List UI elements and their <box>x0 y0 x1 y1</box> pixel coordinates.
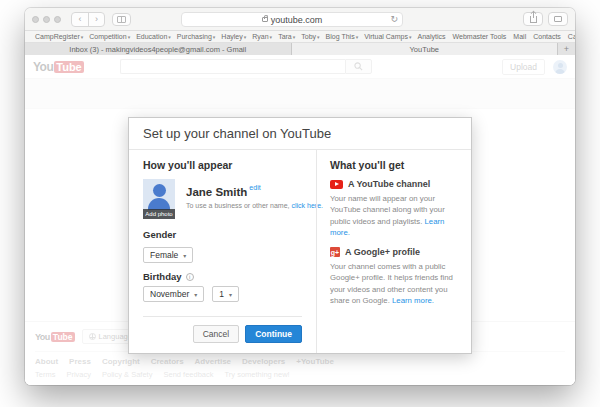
bookmark-label: Purchasing <box>177 33 212 40</box>
bookmark-item[interactable]: Virtual Camps ▾ <box>364 33 411 40</box>
birth-month-dropdown[interactable]: November ▾ <box>143 286 204 302</box>
chevron-down-icon: ▾ <box>81 34 84 40</box>
info-icon[interactable]: i <box>186 273 194 281</box>
youtube-play-icon <box>330 180 343 189</box>
bookmark-item[interactable]: Competition ▾ <box>89 33 130 40</box>
desktop-background: ‹ › youtube.com ↻ CampRegister ▾ <box>0 0 600 407</box>
bookmark-item[interactable]: Ryan ▾ <box>252 33 272 40</box>
perk-title: A Google+ profile <box>345 247 420 257</box>
bookmark-label: Analytics <box>418 33 446 40</box>
bookmarks-bar: CampRegister ▾ Competition ▾ Education ▾… <box>25 31 575 43</box>
bookmark-label: Mail <box>513 33 526 40</box>
bookmark-item[interactable]: CampRegister ▾ <box>35 33 83 40</box>
bookmark-item[interactable]: Tara ▾ <box>278 33 295 40</box>
continue-button[interactable]: Continue <box>245 325 302 343</box>
chevron-down-icon: ▾ <box>168 34 171 40</box>
channel-setup-dialog: Set up your channel on YouTube How you'l… <box>128 117 472 354</box>
browser-toolbar: ‹ › youtube.com ↻ <box>25 8 575 31</box>
tab-overview-button[interactable] <box>548 12 568 26</box>
lock-icon <box>262 17 268 22</box>
bookmark-label: Webmaster Tools <box>453 33 507 40</box>
birth-day-dropdown[interactable]: 1 ▾ <box>212 286 239 302</box>
birth-day-value: 1 <box>219 289 224 299</box>
back-icon: ‹ <box>79 14 82 24</box>
bookmark-item[interactable]: Mail <box>513 33 527 40</box>
section-heading: How you'll appear <box>143 159 302 171</box>
tab-youtube[interactable]: YouTube <box>292 43 559 55</box>
back-button[interactable]: ‹ <box>72 13 88 26</box>
chevron-down-icon: ▾ <box>270 34 273 40</box>
name-block: Jane Smithedit To use a business or othe… <box>186 179 323 219</box>
bookmark-label: Hayley <box>221 33 242 40</box>
bookmark-item[interactable]: Education ▾ <box>136 33 171 40</box>
chevron-down-icon: ▾ <box>244 34 247 40</box>
address-bar[interactable]: youtube.com ↻ <box>181 12 403 27</box>
alt-name-text: To use a business or other name, <box>186 202 290 209</box>
learn-more-link[interactable]: Learn more. <box>392 296 434 305</box>
channel-name: Jane Smith <box>186 186 247 198</box>
share-button[interactable] <box>523 12 543 26</box>
birthday-row: November ▾ 1 ▾ <box>143 286 302 302</box>
sidebar-toggle-button[interactable] <box>112 13 131 26</box>
bookmark-label: Education <box>136 33 167 40</box>
profile-photo-placeholder[interactable]: Add photo <box>143 179 175 219</box>
bookmark-label: CampRegister <box>35 33 80 40</box>
chevron-down-icon: ▾ <box>356 34 359 40</box>
chevron-down-icon: ▾ <box>128 34 131 40</box>
chevron-down-icon: ▾ <box>213 34 216 40</box>
nav-buttons: ‹ › <box>71 12 105 27</box>
bookmark-item[interactable]: Blog This ▾ <box>326 33 359 40</box>
cancel-button[interactable]: Cancel <box>193 325 239 343</box>
perk-description: Your channel comes with a public Google+… <box>330 261 458 306</box>
section-heading: What you'll get <box>330 159 458 171</box>
chevron-down-icon: ▾ <box>183 252 186 259</box>
bookmark-item[interactable]: Contacts <box>533 33 562 40</box>
bookmark-label: Tara <box>278 33 292 40</box>
close-window-button[interactable] <box>32 16 39 23</box>
toolbar-right-buttons <box>523 12 568 26</box>
forward-icon: › <box>95 14 98 24</box>
how-you-appear-section: How you'll appear Add photo Jane Smithed… <box>129 150 316 353</box>
gender-label-text: Gender <box>143 229 176 240</box>
url-text: youtube.com <box>271 15 323 25</box>
bookmark-label: Competition <box>89 33 126 40</box>
zoom-window-button[interactable] <box>54 16 61 23</box>
what-you-get-section: What you'll get A YouTube channel Your n… <box>316 150 471 353</box>
minimize-window-button[interactable] <box>43 16 50 23</box>
bookmark-item[interactable]: Hayley ▾ <box>221 33 246 40</box>
bookmark-item[interactable]: Toby ▾ <box>301 33 319 40</box>
gender-label: Gender <box>143 229 302 240</box>
bookmark-item[interactable]: Calendar <box>568 33 575 40</box>
tab-bar: Inbox (3) - makingvideos4people@gmail.co… <box>25 43 575 55</box>
perk-title-row: A YouTube channel <box>330 179 458 189</box>
perk-title: A YouTube channel <box>348 179 430 189</box>
tab-gmail[interactable]: Inbox (3) - makingvideos4people@gmail.co… <box>25 43 292 55</box>
chevron-down-icon: ▾ <box>409 34 412 40</box>
sidebar-icon <box>117 16 126 23</box>
edit-name-link[interactable]: edit <box>249 184 260 191</box>
bookmark-label: Blog This <box>326 33 355 40</box>
perk-title-row: g+ A Google+ profile <box>330 247 458 257</box>
bookmark-label: Ryan <box>252 33 268 40</box>
dialog-title: Set up your channel on YouTube <box>129 118 471 150</box>
share-icon <box>530 16 537 23</box>
birth-month-value: November <box>150 289 189 299</box>
perk-description: Your name will appear on your YouTube ch… <box>330 193 458 238</box>
safari-window: ‹ › youtube.com ↻ CampRegister ▾ <box>25 8 575 385</box>
gender-dropdown[interactable]: Female ▾ <box>143 247 193 263</box>
birthday-label-text: Birthday <box>143 271 182 282</box>
bookmark-item[interactable]: Webmaster Tools <box>453 33 508 40</box>
bookmark-item[interactable]: Analytics <box>418 33 447 40</box>
window-controls <box>32 16 61 23</box>
forward-button[interactable]: › <box>88 13 104 26</box>
reload-button[interactable]: ↻ <box>390 14 398 24</box>
perk-youtube-channel: A YouTube channel Your name will appear … <box>330 179 458 238</box>
bookmark-label: Virtual Camps <box>364 33 408 40</box>
bookmark-item[interactable]: Purchasing ▾ <box>177 33 216 40</box>
new-tab-button[interactable]: + <box>558 43 575 55</box>
gender-value: Female <box>150 250 178 260</box>
bookmark-label: Contacts <box>533 33 561 40</box>
profile-row: Add photo Jane Smithedit To use a busine… <box>143 179 302 219</box>
add-photo-button[interactable]: Add photo <box>143 209 175 219</box>
tab-overview-icon <box>554 16 562 22</box>
